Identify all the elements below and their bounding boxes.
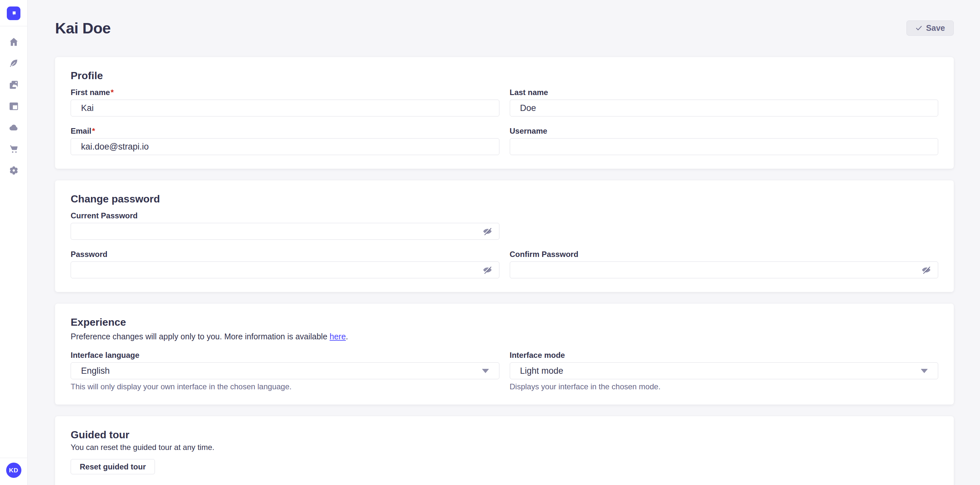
sidebar-item-home[interactable] [6, 35, 21, 49]
cart-icon [9, 144, 19, 154]
check-icon [915, 24, 923, 32]
page-title: Kai Doe [55, 19, 111, 37]
username-label: Username [510, 127, 939, 135]
eye-slash-icon [482, 226, 493, 236]
last-name-field-group: Last name [510, 88, 939, 116]
sidebar-item-marketplace[interactable] [6, 142, 21, 156]
chevron-down-icon [482, 369, 489, 373]
required-asterisk: * [110, 88, 113, 97]
strapi-logo[interactable] [7, 6, 21, 20]
workspace-logo-wrap [7, 0, 21, 26]
last-name-input[interactable] [510, 100, 939, 116]
username-input[interactable] [510, 138, 939, 155]
password-field-group: Password [71, 250, 500, 278]
first-name-label: First name* [71, 88, 500, 97]
toggle-current-password-visibility-button[interactable] [480, 225, 494, 238]
avatar-wrap: KD [6, 458, 21, 485]
reset-guided-tour-button[interactable]: Reset guided tour [71, 459, 155, 474]
required-asterisk: * [91, 126, 95, 135]
confirm-password-field-group: Confirm Password [510, 250, 939, 278]
confirm-password-input[interactable] [510, 262, 939, 278]
current-password-input[interactable] [71, 223, 500, 240]
grid-spacer [510, 212, 939, 240]
more-information-link[interactable]: here [329, 332, 346, 341]
username-field-group: Username [510, 127, 939, 155]
interface-mode-field-group: Interface mode Light mode Displays your … [510, 351, 939, 391]
save-button-label: Save [926, 23, 945, 33]
interface-mode-label: Interface mode [510, 351, 939, 359]
experience-section-title: Experience [71, 316, 938, 328]
confirm-password-label: Confirm Password [510, 250, 939, 258]
main-content: Kai Doe Save Profile First name* Last na… [28, 0, 980, 485]
home-icon [9, 37, 19, 47]
email-input[interactable] [71, 138, 500, 155]
chevron-down-icon [921, 369, 928, 373]
email-label: Email* [71, 127, 500, 135]
interface-language-value: English [81, 366, 110, 376]
feather-icon [9, 58, 19, 69]
password-field-grid: Current Password Password [71, 212, 938, 278]
confirm-password-input-wrap [510, 262, 939, 278]
change-password-section-title: Change password [71, 193, 938, 205]
interface-mode-hint: Displays your interface in the chosen mo… [510, 383, 939, 391]
current-password-field-group: Current Password [71, 212, 500, 240]
password-label: Password [71, 250, 500, 258]
experience-card: Experience Preference changes will apply… [55, 304, 954, 405]
cloud-icon [9, 123, 19, 133]
strapi-logo-icon [10, 9, 18, 18]
interface-mode-select[interactable]: Light mode [510, 362, 939, 379]
eye-slash-icon [482, 265, 493, 275]
page-header: Kai Doe Save [55, 19, 954, 37]
interface-language-field-group: Interface language English This will onl… [71, 351, 500, 391]
guided-tour-description: You can reset the guided tour at any tim… [71, 443, 938, 452]
sidebar-item-media-library[interactable] [6, 78, 21, 92]
toggle-confirm-password-visibility-button[interactable] [920, 263, 933, 277]
first-name-field-group: First name* [71, 88, 500, 116]
profile-card: Profile First name* Last name Email* Use… [55, 57, 954, 169]
experience-description: Preference changes will apply only to yo… [71, 332, 938, 341]
last-name-label: Last name [510, 88, 939, 97]
eye-slash-icon [921, 265, 931, 275]
interface-language-hint: This will only display your own interfac… [71, 383, 500, 391]
sidebar-item-settings[interactable] [6, 163, 21, 177]
profile-section-title: Profile [71, 69, 938, 82]
guided-tour-card: Guided tour You can reset the guided tou… [55, 416, 954, 485]
current-password-label: Current Password [71, 212, 500, 220]
sidebar-nav [6, 26, 21, 177]
user-avatar[interactable]: KD [6, 463, 21, 478]
interface-mode-value: Light mode [520, 366, 563, 376]
experience-field-grid: Interface language English This will onl… [71, 351, 938, 391]
interface-language-select[interactable]: English [71, 362, 500, 379]
layout-icon [9, 101, 19, 111]
password-input-wrap [71, 262, 500, 278]
profile-field-grid: First name* Last name Email* Username [71, 88, 938, 155]
first-name-input[interactable] [71, 100, 500, 116]
password-input[interactable] [71, 262, 500, 278]
save-button[interactable]: Save [907, 21, 954, 36]
sidebar-item-deploy[interactable] [6, 120, 21, 135]
sidebar: KD [0, 0, 27, 485]
toggle-password-visibility-button[interactable] [480, 263, 494, 277]
current-password-input-wrap [71, 223, 500, 240]
gear-icon [9, 166, 19, 175]
interface-language-label: Interface language [71, 351, 500, 359]
images-icon [9, 80, 19, 90]
sidebar-item-content-type-builder[interactable] [6, 99, 21, 113]
sidebar-item-content-manager[interactable] [6, 56, 21, 70]
guided-tour-section-title: Guided tour [71, 429, 938, 441]
change-password-card: Change password Current Password [55, 180, 954, 292]
email-field-group: Email* [71, 127, 500, 155]
